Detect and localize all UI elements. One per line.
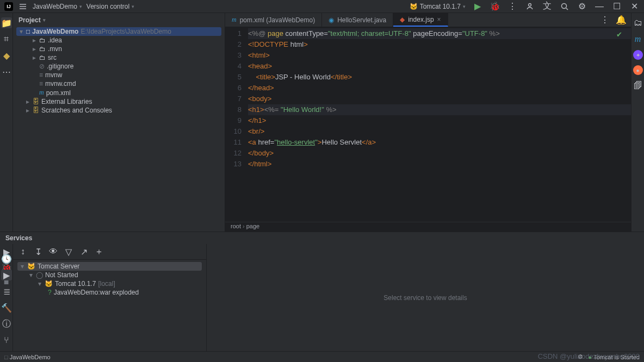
project-name: JavaWebDemo — [33, 3, 77, 10]
collapse-all-icon[interactable]: ↧ — [33, 246, 44, 257]
add-service-icon[interactable]: ＋ — [94, 246, 104, 257]
inspection-ok-icon[interactable]: ✔ — [616, 29, 622, 40]
chevron-right-icon: ▸ — [32, 36, 37, 44]
line-number: 7 — [225, 93, 242, 104]
project-tool-button[interactable]: 📁 — [1, 17, 12, 28]
tree-item[interactable]: ⊘ .gitignore — [16, 62, 221, 71]
close-window-button[interactable]: ✕ — [629, 1, 640, 12]
line-number: 6 — [225, 83, 242, 93]
svc-tomcat-config[interactable]: ▾ 🐱 Tomcat 10.1.7 [local] — [17, 279, 202, 288]
build-tool-icon[interactable]: 🔨 — [1, 302, 12, 313]
svc-artifact[interactable]: ? JavaWebDemo:war exploded — [17, 288, 202, 297]
show-hide-icon[interactable]: 👁 — [48, 246, 59, 257]
tree-item-label: Scratches and Consoles — [41, 107, 112, 114]
run-config-selector[interactable]: 🐱 Tomcat 10.1.7 ▾ — [410, 3, 466, 10]
jsp-icon: ◆ — [400, 16, 405, 23]
tree-item-label: src — [48, 54, 57, 61]
tree-item[interactable]: ▸ 🗀 .idea — [16, 36, 221, 45]
editor-more-icon[interactable]: ⋮ — [599, 15, 610, 26]
vcs-widget[interactable]: □ JavaWebDemo — [4, 354, 51, 360]
chevron-down-icon: ▾ — [79, 4, 82, 9]
tree-root[interactable]: ▾ □ JavaWebDemo E:\IdeaProjects\JavaWebD… — [16, 27, 221, 36]
tree-item[interactable]: ▸ 🗄 Scratches and Consoles — [16, 106, 221, 115]
tree-item[interactable]: ≡ mvnw — [16, 71, 221, 79]
translate-icon[interactable]: 文 — [542, 1, 553, 12]
tree-root-path: E:\IdeaProjects\JavaWebDemo — [81, 28, 171, 35]
settings-button[interactable]: ⚙ — [577, 1, 587, 12]
vcs-dropdown[interactable]: Version control ▾ — [86, 3, 134, 10]
services-tree-area: ↕ ↧ 👁 ▽ ↗ ＋ ▾ 🐱 Tomcat Server ▾ ◯ Not St… — [13, 244, 207, 351]
main-menu-button[interactable] — [17, 1, 28, 12]
file-icon: ≡ — [39, 80, 43, 88]
tree-item-label: .idea — [48, 36, 62, 44]
breadcrumb-sep: › — [241, 223, 246, 229]
run-button[interactable]: ▶ — [472, 1, 483, 12]
project-pane-header[interactable]: Project ▾ — [13, 13, 225, 27]
folder-icon: 🗀 — [39, 54, 46, 61]
line-number: 12 — [225, 148, 242, 159]
bookmarks-tool-button[interactable]: ◆ — [1, 50, 12, 61]
run-config-name: Tomcat 10.1.7 — [420, 3, 461, 10]
tree-item-label: .mvn — [48, 45, 62, 53]
filter-icon[interactable]: ▽ — [63, 246, 74, 257]
tree-item[interactable]: ≡ mvnw.cmd — [16, 79, 221, 88]
services-detail: Select service to view details — [207, 244, 644, 351]
code-line: <title>JSP - Hello World</title> — [248, 72, 631, 83]
svc-not-started[interactable]: ▾ ◯ Not Started — [17, 271, 202, 279]
services-tool-icon[interactable]: ▶ — [1, 270, 12, 280]
minimize-button[interactable]: — — [594, 1, 605, 12]
tree-item[interactable]: ▸ 🗀 src — [16, 53, 221, 62]
code-line: <%@ page contentType="text/html; charset… — [248, 28, 631, 39]
project-dropdown[interactable]: JavaWebDemo ▾ — [33, 3, 82, 10]
notifications-tool-icon[interactable]: 🗂 — [633, 17, 643, 28]
open-icon[interactable]: ↗ — [78, 246, 89, 257]
close-tab-icon[interactable]: × — [437, 16, 441, 23]
tree-item[interactable]: m pom.xml — [16, 88, 221, 97]
more-tool-button[interactable]: ⋯ — [1, 66, 12, 77]
git-tool-icon[interactable]: ⑂ — [1, 335, 12, 346]
recent-tool-icon[interactable]: 🕓 — [1, 253, 12, 264]
tree-item[interactable]: ▸ 🗄 External Libraries — [16, 97, 221, 106]
database-tool-icon[interactable]: ● — [633, 65, 643, 75]
tree-item-label: pom.xml — [46, 89, 71, 97]
line-number: 3 — [225, 50, 242, 61]
services-icon-toolbar: ↕ ↧ 👁 ▽ ↗ ＋ — [13, 244, 206, 260]
notifications-icon[interactable]: 🔔 — [616, 15, 627, 26]
project-pane: Project ▾ ▾ □ JavaWebDemo E:\IdeaProject… — [13, 13, 225, 232]
svc-tomcat-server[interactable]: ▾ 🐱 Tomcat Server — [17, 262, 202, 271]
maximize-button[interactable]: ☐ — [611, 1, 622, 12]
library-icon: 🗄 — [33, 107, 39, 114]
editor-tab-label: index.jsp — [408, 16, 434, 23]
tree-item[interactable]: ▸ 🗀 .mvn — [16, 45, 221, 53]
library-icon: 🗄 — [33, 98, 39, 105]
search-everywhere-button[interactable] — [559, 1, 570, 12]
maven-tool-icon[interactable]: m — [633, 34, 643, 45]
services-header[interactable]: Services — [0, 232, 644, 244]
debug-button[interactable]: 🐞 — [490, 1, 500, 12]
clipboard-tool-icon[interactable]: 🗐 — [633, 80, 643, 91]
breadcrumb-page: page — [246, 223, 259, 229]
chevron-right-icon: ▸ — [25, 98, 30, 105]
editor-tab[interactable]: ◆ index.jsp × — [393, 13, 448, 27]
problems-tool-icon[interactable]: ⓘ — [1, 319, 12, 329]
ai-assistant-icon[interactable]: ✦ — [633, 50, 643, 60]
editor-breadcrumb[interactable]: root › page — [225, 222, 631, 232]
terminal-tool-icon[interactable]: ≣ — [1, 286, 12, 297]
structure-tool-button[interactable]: ⌗ — [1, 34, 12, 45]
code-area[interactable]: <%@ page contentType="text/html; charset… — [246, 27, 631, 222]
file-icon: ≡ — [39, 71, 43, 79]
editor-tab[interactable]: m pom.xml (JavaWebDemo) — [225, 13, 322, 27]
more-actions-button[interactable]: ⋮ — [507, 1, 518, 12]
svc-config-suffix: [local] — [98, 280, 115, 288]
editor-body[interactable]: 12345678910111213 <%@ page contentType="… — [225, 27, 631, 222]
code-with-me-icon[interactable] — [524, 1, 535, 12]
maven-icon: m — [232, 16, 237, 24]
tree-item-label: mvnw.cmd — [45, 80, 76, 88]
left-toolbar: 📁 ⌗ ◆ ⋯ — [0, 13, 13, 232]
svc-status-label: Not Started — [45, 271, 78, 279]
left-bottom-toolbar: 🕓 ▶ ≣ 🔨 ⓘ ⑂ — [0, 253, 13, 351]
expand-all-icon[interactable]: ↕ — [17, 246, 28, 257]
chevron-down-icon: ▾ — [43, 17, 46, 23]
editor-tab[interactable]: ◉ HelloServlet.java — [322, 13, 393, 27]
right-toolbar: 🗂 m ✦ ● 🗐 — [631, 13, 644, 232]
